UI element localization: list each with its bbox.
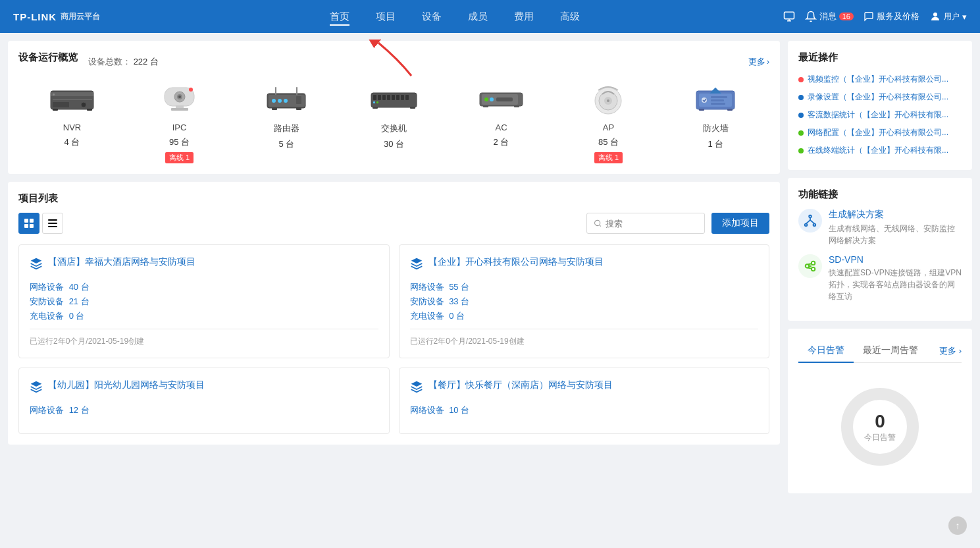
func-link-name-1[interactable]: SD-VPN: [829, 254, 962, 265]
notification-btn[interactable]: 消息 16: [805, 11, 854, 22]
func-link-1: SD-VPN 快速配置SD-VPN连接链路，组建VPN拓扑，实现各客站点路由器设…: [798, 254, 962, 302]
nav-device[interactable]: 设备: [422, 8, 442, 26]
svg-rect-66: [48, 219, 57, 221]
device-overview-card: 设备运行概览 设备总数： 222 台 更多 ›: [8, 41, 780, 174]
device-item-router[interactable]: 路由器 5 台: [233, 82, 340, 150]
recent-op-3[interactable]: 网络配置（【企业】开心科技有限公司...: [798, 124, 962, 142]
logo-sub: 商用云平台: [61, 11, 100, 22]
alert-count: 0: [864, 411, 896, 432]
func-link-desc-0: 生成有线网络、无线网络、安防监控网络解决方案: [829, 223, 962, 246]
project-net-2: 网络设备 55 台: [410, 281, 759, 293]
list-view-btn[interactable]: [42, 213, 63, 234]
project-list-card: 项目列表: [8, 182, 780, 445]
svg-rect-16: [171, 108, 188, 111]
device-item-ipc[interactable]: IPC 95 台 离线 1: [126, 82, 233, 163]
tab-week-alert[interactable]: 最近一周告警: [854, 339, 927, 363]
solution-icon: [798, 209, 822, 233]
svg-rect-33: [392, 95, 395, 100]
grid-view-btn[interactable]: [18, 213, 39, 234]
project-toolbar: 添加项目: [18, 213, 769, 234]
view-buttons: [18, 213, 63, 234]
svg-point-74: [812, 261, 815, 265]
func-link-0: 生成解决方案 生成有线网络、无线网络、安防监控网络解决方案: [798, 209, 962, 246]
recent-op-dot-0: [798, 77, 804, 82]
nav-cost[interactable]: 费用: [514, 8, 534, 26]
recent-op-0[interactable]: 视频监控（【企业】开心科技有限公司...: [798, 70, 962, 88]
svg-rect-7: [53, 102, 69, 107]
ap-name: AP: [603, 123, 614, 132]
project-card-3[interactable]: 【幼儿园】阳光幼儿园网络与安防项目 网络设备 12 台: [18, 368, 390, 434]
project-icon-3: [30, 380, 43, 397]
service-btn[interactable]: 服务及价格: [864, 11, 919, 22]
svg-rect-62: [24, 219, 28, 223]
svg-point-73: [806, 264, 810, 268]
svg-rect-47: [514, 105, 519, 107]
project-net-1: 网络设备 40 台: [30, 281, 378, 293]
notification-badge: 16: [839, 13, 854, 20]
device-item-firewall[interactable]: 防火墙 1 台: [662, 82, 769, 150]
alerts-more-link[interactable]: 更多 ›: [939, 345, 962, 357]
svg-rect-64: [24, 224, 28, 228]
project-card-4[interactable]: 【餐厅】快乐餐厅（深南店）网络与安防项目 网络设备 10 台: [399, 368, 770, 434]
firewall-count: 1 台: [708, 138, 724, 150]
device-item-ac[interactable]: AC 2 台: [448, 82, 555, 148]
svg-rect-60: [699, 109, 704, 111]
svg-point-44: [490, 97, 494, 101]
svg-rect-37: [373, 101, 375, 103]
device-more-link[interactable]: 更多 ›: [748, 56, 769, 68]
search-input[interactable]: [606, 219, 698, 229]
user-icon-btn[interactable]: [783, 11, 795, 22]
recent-op-2[interactable]: 客流数据统计（【企业】开心科技有限...: [798, 106, 962, 124]
svg-point-51: [607, 99, 609, 102]
project-card-2-header: 【企业】开心科技有限公司网络与安防项目: [410, 256, 759, 273]
project-net-4: 网络设备 10 台: [410, 404, 759, 416]
donut-chart: 0 今日告警: [837, 384, 923, 470]
recent-ops-title: 最近操作: [798, 51, 962, 64]
project-card-3-header: 【幼儿园】阳光幼儿园网络与安防项目: [30, 379, 378, 397]
toolbar-right: 添加项目: [586, 213, 769, 234]
svg-rect-26: [275, 87, 276, 95]
svg-rect-39: [373, 107, 378, 109]
logo-brand: TP-LINK: [13, 11, 57, 22]
device-item-ap[interactable]: AP 85 台 离线 1: [555, 82, 662, 163]
nav-member[interactable]: 成员: [468, 8, 488, 26]
func-link-desc-1: 快速配置SD-VPN连接链路，组建VPN拓扑，实现各客站点路由器设备的网络互访: [829, 267, 962, 302]
service-label: 服务及价格: [877, 11, 919, 22]
recent-op-1[interactable]: 录像设置（【企业】开心科技有限公司...: [798, 88, 962, 106]
search-box[interactable]: [586, 213, 705, 234]
device-total: 设备总数： 222 台: [88, 56, 159, 68]
svg-rect-31: [382, 95, 386, 100]
header: TP-LINK 商用云平台 首页 项目 设备 成员 费用 高级 消息 16 服务…: [0, 0, 980, 33]
project-card-1[interactable]: 【酒店】幸福大酒店网络与安防项目 网络设备 40 台 安防设备 21 台 充电设…: [18, 244, 390, 358]
main-layout: 设备运行概览 设备总数： 222 台 更多 ›: [0, 33, 980, 501]
project-grid: 【酒店】幸福大酒店网络与安防项目 网络设备 40 台 安防设备 21 台 充电设…: [18, 244, 769, 434]
project-footer-2: 已运行2年0个月/2021-05-19创建: [410, 336, 759, 347]
nav-project[interactable]: 项目: [376, 8, 396, 26]
svg-rect-63: [30, 219, 34, 223]
nav-home[interactable]: 首页: [330, 8, 349, 26]
svg-point-69: [595, 220, 600, 225]
svg-point-20: [272, 99, 276, 103]
svg-rect-68: [48, 226, 57, 227]
main-nav: 首页 项目 设备 成员 费用 高级: [126, 8, 783, 26]
recent-op-4[interactable]: 在线终端统计（【企业】开心科技有限...: [798, 142, 962, 159]
func-links-title: 功能链接: [798, 188, 962, 201]
func-link-name-0[interactable]: 生成解决方案: [829, 209, 962, 221]
svg-point-70: [809, 215, 812, 218]
project-card-2[interactable]: 【企业】开心科技有限公司网络与安防项目 网络设备 55 台 安防设备 33 台 …: [399, 244, 770, 358]
add-project-btn[interactable]: 添加项目: [711, 213, 769, 234]
device-item-switch[interactable]: 交换机 30 台: [340, 82, 448, 150]
ap-offline: 离线 1: [594, 152, 623, 163]
project-name-2: 【企业】开心科技有限公司网络与安防项目: [428, 256, 604, 269]
user-avatar[interactable]: 用户 ▾: [929, 11, 967, 22]
tab-today-alert[interactable]: 今日告警: [798, 339, 854, 363]
svg-rect-0: [784, 12, 794, 19]
svg-rect-45: [496, 97, 513, 101]
device-item-nvr[interactable]: NVR 4 台: [18, 82, 126, 148]
svg-rect-27: [296, 87, 297, 95]
vpn-icon: [798, 254, 822, 278]
nav-advanced[interactable]: 高级: [560, 8, 580, 26]
func-link-content-0: 生成解决方案 生成有线网络、无线网络、安防监控网络解决方案: [829, 209, 962, 246]
project-security-2: 安防设备 33 台: [410, 296, 759, 308]
project-net-3: 网络设备 12 台: [30, 404, 378, 416]
